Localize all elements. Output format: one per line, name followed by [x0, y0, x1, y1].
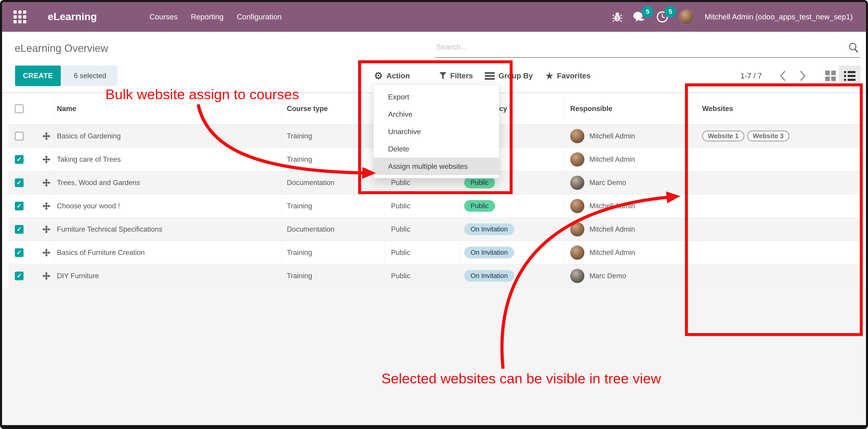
- menu-item-export[interactable]: Export: [373, 88, 499, 105]
- search-input[interactable]: [436, 39, 836, 54]
- policy-badge: On Invitation: [464, 247, 514, 259]
- page-title: eLearning Overview: [14, 42, 108, 54]
- app-brand[interactable]: eLearning: [48, 11, 97, 23]
- user-avatar[interactable]: [679, 9, 694, 25]
- user-name[interactable]: Mitchell Admin (odoo_apps_test_new_sep1): [705, 12, 853, 21]
- course-name: Basics of Furniture Creation: [54, 241, 282, 264]
- course-name: DIY Furniture: [54, 264, 282, 287]
- course-name: Furniture Technical Specifications: [54, 218, 282, 241]
- responsible-avatar: [570, 176, 584, 190]
- visibility-value: Public: [384, 218, 461, 241]
- list-view-icon[interactable]: [839, 66, 861, 86]
- row-checkbox[interactable]: [15, 132, 24, 140]
- policy-badge: Public: [464, 177, 495, 189]
- responsible-name: Marc Demo: [589, 272, 626, 280]
- menu-configuration[interactable]: Configuration: [237, 12, 282, 21]
- drag-handle-icon[interactable]: [42, 155, 51, 164]
- gear-icon: ⚙: [374, 71, 383, 80]
- websites-cell: [698, 241, 861, 264]
- responsible-avatar: [570, 269, 584, 283]
- row-checkbox[interactable]: [15, 178, 24, 187]
- websites-cell: [698, 148, 861, 171]
- selected-count-badge: 6 selected: [63, 66, 118, 86]
- list-view-glyph: [844, 71, 856, 81]
- create-button[interactable]: CREATE: [15, 66, 61, 86]
- column-header-responsible[interactable]: Responsible: [565, 93, 698, 124]
- favorites-button[interactable]: ★ Favorites: [546, 66, 591, 86]
- select-all-checkbox[interactable]: [15, 104, 24, 113]
- course-type: Documentation: [282, 171, 384, 194]
- visibility-value: Public: [384, 241, 461, 264]
- table-row[interactable]: Furniture Technical Specifications Docum…: [8, 218, 861, 241]
- filters-button[interactable]: Filters: [439, 66, 473, 86]
- filter-funnel-icon: [439, 72, 446, 80]
- app-window: eLearning Courses Reporting Configuratio…: [0, 0, 868, 429]
- systray: 5 5 Mitchell Admin (odoo_apps_test_new_s…: [612, 2, 853, 32]
- websites-cell: [698, 194, 861, 218]
- table-row[interactable]: Basics of Furniture Creation Training Pu…: [8, 241, 861, 264]
- drag-handle-icon[interactable]: [42, 225, 51, 233]
- kanban-view-icon[interactable]: [825, 71, 836, 81]
- column-header-websites[interactable]: Websites: [698, 93, 861, 124]
- group-by-button[interactable]: Group By: [485, 66, 533, 86]
- pager-next-icon[interactable]: [799, 70, 807, 83]
- responsible-avatar: [570, 152, 584, 167]
- website-tag: Website 3: [747, 131, 789, 141]
- main-menu: Courses Reporting Configuration: [150, 2, 282, 32]
- star-icon: ★: [546, 71, 553, 81]
- apps-menu-icon[interactable]: [13, 10, 26, 23]
- table-row[interactable]: DIY Furniture Training Public On Invitat…: [8, 264, 861, 288]
- row-checkbox[interactable]: [15, 225, 24, 234]
- menu-courses[interactable]: Courses: [150, 12, 178, 21]
- menu-item-unarchive[interactable]: Unarchive: [373, 123, 499, 140]
- menu-item-delete[interactable]: Delete: [373, 140, 499, 158]
- pager-prev-icon[interactable]: [779, 70, 787, 83]
- activities-clock-icon[interactable]: 5: [656, 11, 669, 23]
- policy-badge: Public: [464, 200, 495, 212]
- pager-range: 1-7 / 7: [741, 66, 762, 86]
- row-checkbox[interactable]: [15, 272, 24, 280]
- course-type: Training: [282, 125, 384, 147]
- messages-icon[interactable]: 5: [633, 11, 646, 23]
- drag-handle-icon[interactable]: [42, 202, 51, 210]
- menu-item-archive[interactable]: Archive: [373, 105, 499, 123]
- search-icon[interactable]: [848, 42, 859, 54]
- messages-count-badge: 5: [642, 6, 653, 18]
- responsible-name: Mitchell Admin: [589, 155, 635, 164]
- drag-handle-icon[interactable]: [42, 178, 51, 187]
- annotation-note-top: Bulk website assign to courses: [105, 86, 299, 102]
- course-type: Training: [282, 264, 384, 287]
- policy-badge: On Invitation: [464, 270, 514, 282]
- course-name: Trees, Wood and Gardens: [54, 171, 282, 194]
- search-underline: [435, 57, 860, 58]
- policy-badge: On Invitation: [464, 223, 514, 235]
- course-type: Training: [282, 194, 384, 218]
- course-type: Training: [282, 241, 384, 264]
- row-checkbox[interactable]: [15, 155, 24, 164]
- debug-bug-icon[interactable]: [612, 11, 622, 23]
- responsible-avatar: [570, 199, 584, 213]
- action-menu-button[interactable]: ⚙ Action: [374, 66, 410, 86]
- row-checkbox[interactable]: [15, 202, 24, 210]
- menu-item-assign-multiple-websites[interactable]: Assign multiple websites: [373, 158, 499, 175]
- course-name: Basics of Gardening: [54, 125, 282, 147]
- menu-reporting[interactable]: Reporting: [191, 12, 223, 21]
- annotation-note-bottom: Selected websites can be visible in tree…: [381, 370, 661, 387]
- responsible-name: Mitchell Admin: [589, 225, 635, 233]
- row-checkbox[interactable]: [15, 248, 24, 257]
- responsible-name: Mitchell Admin: [589, 249, 635, 257]
- websites-cell: [698, 218, 861, 241]
- drag-handle-icon[interactable]: [42, 132, 51, 140]
- websites-cell: [698, 171, 861, 194]
- table-row[interactable]: Choose your wood ! Training Public Publi…: [8, 194, 861, 218]
- course-name: Choose your wood !: [54, 194, 282, 218]
- responsible-avatar: [570, 245, 584, 260]
- websites-cell: [698, 264, 861, 287]
- responsible-name: Mitchell Admin: [589, 202, 635, 210]
- drag-handle-icon[interactable]: [42, 272, 51, 280]
- responsible-avatar: [570, 222, 584, 236]
- responsible-name: Mitchell Admin: [589, 132, 635, 140]
- responsible-avatar: [570, 129, 584, 143]
- responsible-name: Marc Demo: [589, 178, 626, 187]
- drag-handle-icon[interactable]: [42, 249, 51, 257]
